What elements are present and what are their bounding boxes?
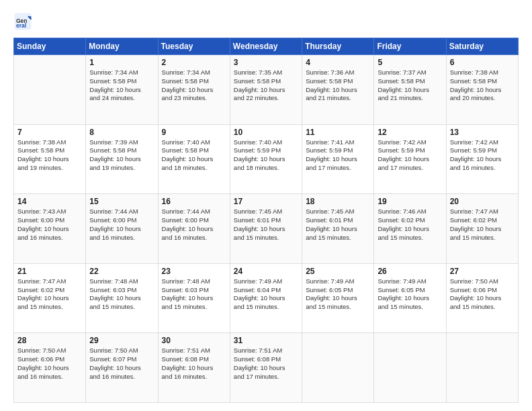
calendar-table: SundayMondayTuesdayWednesdayThursdayFrid… bbox=[13, 38, 519, 403]
weekday-header-friday: Friday bbox=[374, 38, 446, 55]
day-number: 24 bbox=[234, 267, 298, 276]
empty-cell bbox=[446, 333, 518, 403]
day-info: Sunrise: 7:46 AM Sunset: 6:02 PM Dayligh… bbox=[378, 208, 442, 242]
day-info: Sunrise: 7:37 AM Sunset: 5:58 PM Dayligh… bbox=[378, 68, 442, 103]
day-info: Sunrise: 7:41 AM Sunset: 5:59 PM Dayligh… bbox=[306, 138, 370, 173]
header: Gen eral bbox=[13, 12, 519, 31]
day-info: Sunrise: 7:44 AM Sunset: 6:00 PM Dayligh… bbox=[89, 208, 154, 242]
day-info: Sunrise: 7:51 AM Sunset: 6:08 PM Dayligh… bbox=[162, 347, 226, 381]
day-info: Sunrise: 7:49 AM Sunset: 6:05 PM Dayligh… bbox=[378, 277, 442, 312]
day-cell-5: 5Sunrise: 7:37 AM Sunset: 5:58 PM Daylig… bbox=[374, 55, 446, 125]
day-number: 7 bbox=[17, 128, 82, 137]
day-info: Sunrise: 7:45 AM Sunset: 6:01 PM Dayligh… bbox=[306, 208, 370, 242]
day-cell-24: 24Sunrise: 7:49 AM Sunset: 6:04 PM Dayli… bbox=[230, 263, 302, 333]
day-info: Sunrise: 7:44 AM Sunset: 6:00 PM Dayligh… bbox=[162, 208, 226, 242]
day-info: Sunrise: 7:49 AM Sunset: 6:04 PM Dayligh… bbox=[234, 277, 298, 312]
day-cell-20: 20Sunrise: 7:47 AM Sunset: 6:02 PM Dayli… bbox=[446, 194, 518, 264]
weekday-header-tuesday: Tuesday bbox=[158, 38, 230, 55]
day-cell-6: 6Sunrise: 7:38 AM Sunset: 5:58 PM Daylig… bbox=[446, 55, 518, 125]
logo: Gen eral bbox=[13, 12, 36, 31]
day-info: Sunrise: 7:50 AM Sunset: 6:06 PM Dayligh… bbox=[450, 277, 515, 312]
day-cell-16: 16Sunrise: 7:44 AM Sunset: 6:00 PM Dayli… bbox=[158, 194, 230, 264]
day-cell-31: 31Sunrise: 7:51 AM Sunset: 6:08 PM Dayli… bbox=[230, 333, 302, 403]
day-cell-13: 13Sunrise: 7:42 AM Sunset: 5:59 PM Dayli… bbox=[446, 124, 518, 194]
day-number: 27 bbox=[450, 267, 515, 276]
day-info: Sunrise: 7:35 AM Sunset: 5:58 PM Dayligh… bbox=[234, 68, 298, 103]
day-cell-22: 22Sunrise: 7:48 AM Sunset: 6:03 PM Dayli… bbox=[86, 263, 158, 333]
day-number: 16 bbox=[162, 197, 226, 206]
day-info: Sunrise: 7:51 AM Sunset: 6:08 PM Dayligh… bbox=[234, 347, 298, 381]
day-cell-18: 18Sunrise: 7:45 AM Sunset: 6:01 PM Dayli… bbox=[302, 194, 374, 264]
day-info: Sunrise: 7:50 AM Sunset: 6:06 PM Dayligh… bbox=[17, 347, 82, 381]
day-number: 25 bbox=[306, 267, 370, 276]
day-number: 8 bbox=[89, 128, 154, 137]
day-info: Sunrise: 7:45 AM Sunset: 6:01 PM Dayligh… bbox=[234, 208, 298, 242]
day-number: 31 bbox=[234, 336, 298, 345]
day-info: Sunrise: 7:47 AM Sunset: 6:02 PM Dayligh… bbox=[450, 208, 515, 242]
logo-icon: Gen eral bbox=[13, 12, 32, 31]
day-cell-10: 10Sunrise: 7:40 AM Sunset: 5:59 PM Dayli… bbox=[230, 124, 302, 194]
day-cell-26: 26Sunrise: 7:49 AM Sunset: 6:05 PM Dayli… bbox=[374, 263, 446, 333]
weekday-header-monday: Monday bbox=[86, 38, 158, 55]
day-info: Sunrise: 7:38 AM Sunset: 5:58 PM Dayligh… bbox=[450, 68, 515, 103]
weekday-header-wednesday: Wednesday bbox=[230, 38, 302, 55]
weekday-header-thursday: Thursday bbox=[302, 38, 374, 55]
day-info: Sunrise: 7:34 AM Sunset: 5:58 PM Dayligh… bbox=[162, 68, 226, 103]
day-cell-21: 21Sunrise: 7:47 AM Sunset: 6:02 PM Dayli… bbox=[14, 263, 86, 333]
day-cell-9: 9Sunrise: 7:40 AM Sunset: 5:58 PM Daylig… bbox=[158, 124, 230, 194]
day-cell-2: 2Sunrise: 7:34 AM Sunset: 5:58 PM Daylig… bbox=[158, 55, 230, 125]
day-info: Sunrise: 7:43 AM Sunset: 6:00 PM Dayligh… bbox=[17, 208, 82, 242]
day-number: 3 bbox=[234, 58, 298, 67]
day-info: Sunrise: 7:36 AM Sunset: 5:58 PM Dayligh… bbox=[306, 68, 370, 103]
day-cell-28: 28Sunrise: 7:50 AM Sunset: 6:06 PM Dayli… bbox=[14, 333, 86, 403]
day-number: 30 bbox=[162, 336, 226, 345]
day-number: 19 bbox=[378, 197, 442, 206]
day-cell-25: 25Sunrise: 7:49 AM Sunset: 6:05 PM Dayli… bbox=[302, 263, 374, 333]
day-cell-29: 29Sunrise: 7:50 AM Sunset: 6:07 PM Dayli… bbox=[86, 333, 158, 403]
week-row-4: 21Sunrise: 7:47 AM Sunset: 6:02 PM Dayli… bbox=[14, 263, 519, 333]
day-number: 13 bbox=[450, 128, 515, 137]
day-cell-14: 14Sunrise: 7:43 AM Sunset: 6:00 PM Dayli… bbox=[14, 194, 86, 264]
day-info: Sunrise: 7:39 AM Sunset: 5:58 PM Dayligh… bbox=[89, 138, 154, 173]
week-row-5: 28Sunrise: 7:50 AM Sunset: 6:06 PM Dayli… bbox=[14, 333, 519, 403]
day-number: 12 bbox=[378, 128, 442, 137]
day-number: 11 bbox=[306, 128, 370, 137]
day-number: 17 bbox=[234, 197, 298, 206]
svg-text:eral: eral bbox=[16, 22, 26, 29]
weekday-header-sunday: Sunday bbox=[14, 38, 86, 55]
day-info: Sunrise: 7:48 AM Sunset: 6:03 PM Dayligh… bbox=[162, 277, 226, 312]
empty-cell bbox=[302, 333, 374, 403]
day-number: 22 bbox=[89, 267, 154, 276]
page: Gen eral SundayMondayTuesdayWednesdayThu… bbox=[0, 0, 532, 411]
day-number: 6 bbox=[450, 58, 515, 67]
day-cell-8: 8Sunrise: 7:39 AM Sunset: 5:58 PM Daylig… bbox=[86, 124, 158, 194]
day-info: Sunrise: 7:42 AM Sunset: 5:59 PM Dayligh… bbox=[378, 138, 442, 173]
day-info: Sunrise: 7:38 AM Sunset: 5:58 PM Dayligh… bbox=[17, 138, 82, 173]
weekday-header-saturday: Saturday bbox=[446, 38, 518, 55]
empty-cell bbox=[374, 333, 446, 403]
day-number: 26 bbox=[378, 267, 442, 276]
day-info: Sunrise: 7:42 AM Sunset: 5:59 PM Dayligh… bbox=[450, 138, 515, 173]
day-cell-23: 23Sunrise: 7:48 AM Sunset: 6:03 PM Dayli… bbox=[158, 263, 230, 333]
day-number: 2 bbox=[162, 58, 226, 67]
day-cell-27: 27Sunrise: 7:50 AM Sunset: 6:06 PM Dayli… bbox=[446, 263, 518, 333]
day-number: 23 bbox=[162, 267, 226, 276]
day-info: Sunrise: 7:50 AM Sunset: 6:07 PM Dayligh… bbox=[89, 347, 154, 381]
day-info: Sunrise: 7:40 AM Sunset: 5:59 PM Dayligh… bbox=[234, 138, 298, 173]
day-cell-12: 12Sunrise: 7:42 AM Sunset: 5:59 PM Dayli… bbox=[374, 124, 446, 194]
day-number: 28 bbox=[17, 336, 82, 345]
day-cell-3: 3Sunrise: 7:35 AM Sunset: 5:58 PM Daylig… bbox=[230, 55, 302, 125]
day-info: Sunrise: 7:40 AM Sunset: 5:58 PM Dayligh… bbox=[162, 138, 226, 173]
day-number: 21 bbox=[17, 267, 82, 276]
day-cell-17: 17Sunrise: 7:45 AM Sunset: 6:01 PM Dayli… bbox=[230, 194, 302, 264]
day-number: 5 bbox=[378, 58, 442, 67]
day-number: 15 bbox=[89, 197, 154, 206]
day-number: 4 bbox=[306, 58, 370, 67]
day-info: Sunrise: 7:47 AM Sunset: 6:02 PM Dayligh… bbox=[17, 277, 82, 312]
day-number: 18 bbox=[306, 197, 370, 206]
empty-cell bbox=[14, 55, 86, 125]
day-number: 10 bbox=[234, 128, 298, 137]
week-row-3: 14Sunrise: 7:43 AM Sunset: 6:00 PM Dayli… bbox=[14, 194, 519, 264]
week-row-2: 7Sunrise: 7:38 AM Sunset: 5:58 PM Daylig… bbox=[14, 124, 519, 194]
week-row-1: 1Sunrise: 7:34 AM Sunset: 5:58 PM Daylig… bbox=[14, 55, 519, 125]
